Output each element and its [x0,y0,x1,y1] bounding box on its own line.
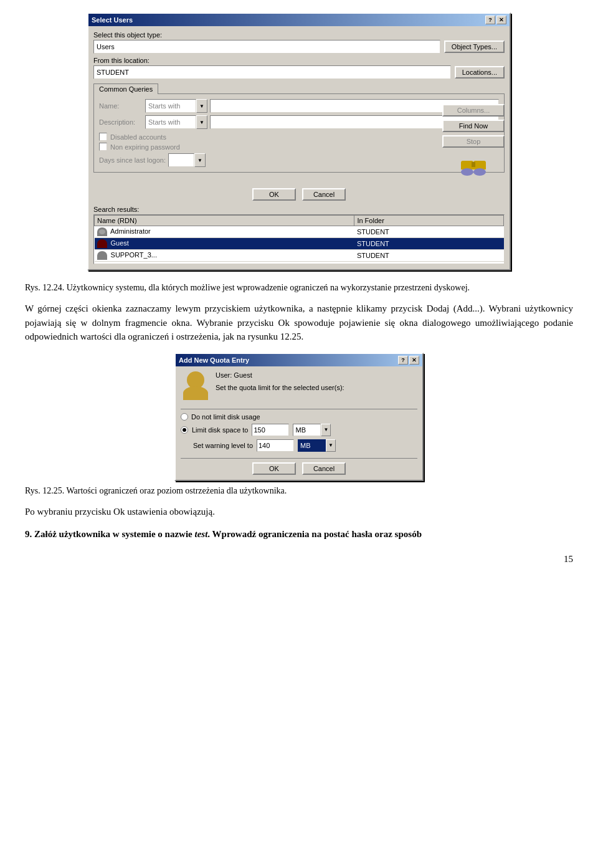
figure-2-caption: Rys. 12.25. Wartości ograniczeń oraz poz… [25,486,573,496]
location-section: From this location: STUDENT Locations... [93,57,505,79]
search-icon [460,156,487,183]
user-name-cell: Guest [95,238,354,250]
col-name: Name (RDN) [95,216,354,226]
warning-input[interactable] [257,439,294,452]
dialog-body: Select this object type: Users Object Ty… [88,26,510,269]
search-results-section: Search results: Name (RDN) In Folder [93,206,505,264]
limit-row: Limit disk space to MB ▼ [181,424,417,436]
quota-ok-cancel: OK Cancel [181,462,417,475]
columns-button[interactable]: Columns... [442,104,505,117]
warning-unit-dropdown[interactable]: MB ▼ [298,439,336,452]
separator-2 [181,458,417,459]
do-not-limit-radio[interactable] [181,413,188,421]
select-users-dialog: Select Users ? ✕ Select this object type… [87,12,511,270]
para3-suffix: . Wprowadź ograniczenia na postać hasła … [207,529,422,539]
search-icon-area [442,156,505,183]
cancel-button[interactable]: Cancel [302,188,346,201]
user-name-cell: Administrator [95,226,354,238]
limit-unit-dropdown[interactable]: MB ▼ [293,424,331,436]
page-number: 15 [25,554,573,565]
table-row[interactable]: Administrator STUDENT [95,226,504,238]
user-folder-cell: STUDENT [354,226,504,238]
close-button[interactable]: ✕ [496,16,506,24]
paragraph-3: 9. Załóż użytkownika w systemie o nazwie… [25,527,573,541]
limit-label: Limit disk space to [192,426,248,434]
dialog-title: Select Users [92,16,133,24]
locations-button[interactable]: Locations... [455,66,505,79]
object-types-button[interactable]: Object Types... [444,41,505,53]
object-type-row: Users Object Types... [93,40,505,54]
find-now-button[interactable]: Find Now [442,120,505,132]
warning-label: Set warning level to [193,442,253,449]
quota-close-button[interactable]: ✕ [409,356,419,365]
quota-ok-button[interactable]: OK [252,462,296,475]
quota-prompt: Set the quota limit for the selected use… [216,384,344,391]
results-header: Name (RDN) In Folder [95,216,504,226]
search-results-label: Search results: [93,206,505,213]
quota-titlebar: Add New Quota Entry ? ✕ [176,354,422,366]
stop-button[interactable]: Stop [442,135,505,148]
separator-1 [181,409,417,409]
user-info-row: User: Guest Set the quota limit for the … [181,371,417,401]
right-buttons-area: Columns... Find Now Stop [93,104,505,183]
quota-body: User: Guest Set the quota limit for the … [176,366,422,480]
warning-unit-text: MB [298,439,326,452]
location-label: From this location: [93,57,505,64]
right-buttons: Columns... Find Now Stop [442,104,505,183]
quota-dialog-title: Add New Quota Entry [179,356,249,364]
limit-radio[interactable] [181,426,188,434]
limit-unit-arrow[interactable]: ▼ [321,424,331,436]
help-button[interactable]: ? [485,16,495,24]
results-body: Administrator STUDENT Guest STUDENT [95,226,504,262]
warning-unit-arrow[interactable]: ▼ [326,439,336,452]
col-folder: In Folder [354,216,504,226]
object-type-label: Select this object type: [93,31,505,39]
object-type-field: Users [93,40,440,54]
do-not-limit-label: Do not limit disk usage [191,413,260,421]
table-row[interactable]: Guest STUDENT [95,238,504,250]
header-row: Name (RDN) In Folder [95,216,504,226]
ok-button[interactable]: OK [252,188,296,201]
user-folder-cell: STUDENT [354,238,504,250]
user-info-text: User: Guest Set the quota limit for the … [216,371,344,391]
do-not-limit-row: Do not limit disk usage [181,413,417,421]
para3-prefix: 9. Załóż użytkownika w systemie o nazwie [25,529,195,539]
user-icon [97,251,107,260]
location-field: STUDENT [93,65,451,79]
user-folder-cell: STUDENT [354,250,504,262]
user-name-cell: SUPPORT_3... [95,250,354,262]
titlebar-buttons: ? ✕ [485,16,506,24]
user-icon [97,227,107,236]
quota-titlebar-buttons: ? ✕ [398,356,419,365]
figure-1-caption: Rys. 12.24. Użytkownicy systemu, dla któ… [25,283,573,293]
paragraph-1: W górnej części okienka zaznaczamy lewym… [25,302,573,344]
limit-unit-text: MB [293,424,321,436]
main-ok-cancel: OK Cancel [93,188,505,201]
location-row: STUDENT Locations... [93,65,505,79]
warning-row: Set warning level to MB ▼ [181,439,417,452]
quota-help-button[interactable]: ? [398,356,408,365]
select-users-titlebar: Select Users ? ✕ [88,14,510,26]
results-table: Name (RDN) In Folder Administrator [94,215,504,262]
quota-dialog: Add New Quota Entry ? ✕ User: Guest Set … [174,353,424,481]
user-icon [97,239,107,248]
quota-cancel-button[interactable]: Cancel [302,462,346,475]
table-row[interactable]: SUPPORT_3... STUDENT [95,250,504,262]
para3-italic: test [195,529,208,539]
common-queries-tab[interactable]: Common Queries [93,83,158,94]
paragraph-2: Po wybraniu przycisku Ok ustawienia obow… [25,505,573,519]
object-type-section: Select this object type: Users Object Ty… [93,31,505,54]
limit-input[interactable] [252,424,289,436]
spacer [93,104,442,183]
user-label: User: Guest [216,371,344,379]
results-container: Name (RDN) In Folder Administrator [93,214,505,264]
quota-user-icon [181,371,211,401]
